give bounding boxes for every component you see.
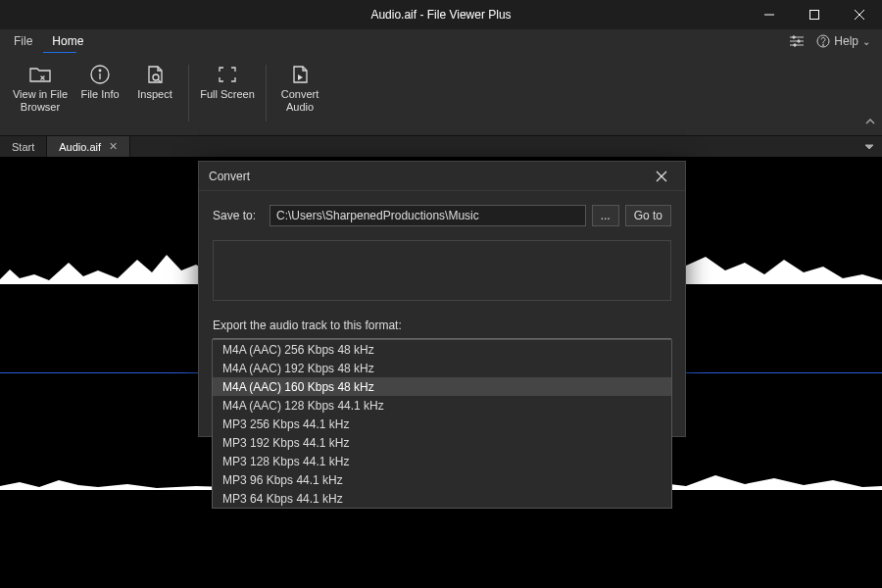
window-title: Audio.aif - File Viewer Plus — [370, 8, 511, 22]
svg-point-1 — [793, 36, 795, 38]
dialog-close-button[interactable] — [648, 163, 675, 190]
tab-overflow-button[interactable] — [860, 136, 878, 158]
format-option[interactable]: MP3 64 Kbps 44.1 kHz — [213, 489, 671, 508]
svg-point-5 — [823, 45, 824, 46]
tab-audio[interactable]: Audio.aif ✕ — [47, 136, 130, 157]
preview-box — [213, 240, 671, 301]
format-option[interactable]: MP3 192 Kbps 44.1 kHz — [213, 433, 671, 452]
fullscreen-icon — [214, 63, 241, 86]
inspect-icon — [141, 63, 169, 86]
format-option[interactable]: M4A (AAC) 256 Kbps 48 kHz — [213, 340, 671, 359]
browse-button[interactable]: ... — [592, 205, 619, 226]
svg-point-8 — [153, 74, 159, 80]
help-label: Help — [834, 34, 858, 48]
inspect-button[interactable]: Inspect — [127, 59, 182, 101]
full-screen-button[interactable]: Full Screen — [195, 59, 260, 101]
format-dropdown: M4A (AAC) 256 Kbps 48 kHzM4A (AAC) 192 K… — [212, 339, 672, 509]
settings-icon[interactable] — [785, 29, 808, 53]
titlebar: Audio.aif - File Viewer Plus — [0, 0, 882, 29]
view-in-browser-button[interactable]: View in File Browser — [8, 59, 73, 114]
format-option[interactable]: M4A (AAC) 160 Kbps 48 kHz — [213, 377, 671, 396]
ribbon-separator — [266, 65, 267, 122]
maximize-button[interactable] — [792, 0, 837, 29]
tab-strip: Start Audio.aif ✕ — [0, 135, 882, 157]
info-icon — [86, 63, 114, 86]
close-button[interactable] — [837, 0, 882, 29]
svg-point-3 — [794, 44, 796, 46]
tab-start[interactable]: Start — [0, 136, 47, 157]
ribbon: View in File Browser File Info Inspect F… — [0, 53, 882, 135]
tab-close-button[interactable]: ✕ — [109, 140, 118, 153]
svg-point-7 — [99, 70, 101, 72]
minimize-button[interactable] — [747, 0, 792, 29]
convert-audio-button[interactable]: Convert Audio — [272, 59, 327, 114]
format-option[interactable]: MP3 128 Kbps 44.1 kHz — [213, 452, 671, 470]
svg-point-4 — [817, 35, 829, 47]
menu-home[interactable]: Home — [42, 29, 93, 53]
svg-rect-0 — [810, 11, 819, 20]
chevron-down-icon: ⌄ — [862, 36, 870, 47]
convert-icon — [286, 63, 314, 86]
dialog-title: Convert — [209, 170, 250, 183]
ribbon-separator — [188, 65, 189, 122]
menubar: File Home Help ⌄ — [0, 29, 882, 53]
format-option[interactable]: MP3 256 Kbps 44.1 kHz — [213, 415, 671, 433]
save-to-input[interactable] — [270, 205, 586, 226]
svg-point-2 — [798, 40, 800, 42]
menu-file[interactable]: File — [4, 29, 42, 53]
format-option[interactable]: M4A (AAC) 192 Kbps 48 kHz — [213, 359, 671, 377]
folder-icon — [26, 63, 54, 86]
export-format-label: Export the audio track to this format: — [213, 318, 671, 332]
goto-button[interactable]: Go to — [625, 205, 671, 226]
save-to-label: Save to: — [213, 209, 264, 222]
file-info-button[interactable]: File Info — [73, 59, 127, 101]
collapse-ribbon-button[interactable] — [864, 114, 876, 131]
format-option[interactable]: MP3 96 Kbps 44.1 kHz — [213, 470, 671, 489]
svg-point-6 — [91, 66, 109, 83]
dialog-titlebar: Convert — [199, 162, 685, 191]
help-button[interactable]: Help ⌄ — [816, 29, 870, 53]
format-option[interactable]: M4A (AAC) 128 Kbps 44.1 kHz — [213, 396, 671, 415]
